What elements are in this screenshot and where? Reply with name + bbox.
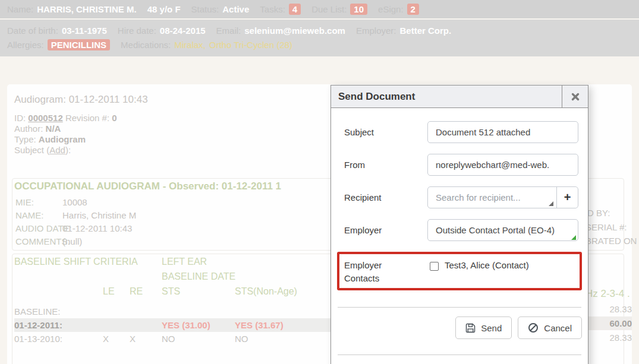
send-button[interactable]: Send [455,316,512,339]
contact-checkbox[interactable] [430,262,439,271]
close-icon [571,93,580,101]
close-button[interactable] [562,86,588,107]
document-title: Audiogram: 01-12-2011 10:43 [14,94,148,106]
avg-value: 60.00 [605,318,632,328]
col-sts: STS [162,284,235,299]
document-meta: ID: 0000512 Revision #: 0 Author: N/A Ty… [14,113,117,156]
tested-by-fragment: D BY: [587,208,610,218]
doc-type-label: Type: [14,134,36,144]
doc-id-link[interactable]: 0000512 [28,113,62,123]
subject-row: Subject [344,121,578,143]
patient-header: Name: HARRIS, CHRISTINE M. 48 y/o F Stat… [0,0,639,56]
due-list-count-badge[interactable]: 10 [350,4,367,15]
contact-option[interactable]: Test3, Alice (Contact) [430,257,529,288]
contact-option-label: Test3, Alice (Contact) [445,260,529,270]
resize-grip-icon[interactable] [549,201,553,206]
employer-value: Better Corp. [399,26,451,36]
name-label: Name: [7,4,33,14]
employer-contacts-highlight-box: Employer Contacts Test3, Alice (Contact) [337,252,582,290]
doc-subject-label: Subject ( [14,145,49,155]
serial-fragment: SERIAL #: [586,222,627,232]
from-row: From [344,154,578,176]
employer-label: Employer: [356,26,396,36]
doc-subject-add-link[interactable]: Add [49,145,65,155]
recipient-label: Recipient [344,192,427,202]
medication-link-ortho[interactable]: Ortho Tri-Cyclen (28) [209,40,292,50]
email-label: Email: [216,26,241,36]
patient-name: HARRIS, CHRISTINE M. [37,4,137,14]
recipient-input-group: + [427,186,578,208]
avg-value: 28.33 [605,304,632,314]
status-label: Status: [191,4,219,14]
footer-divider-top [338,307,581,308]
col-re: RE [130,284,162,299]
info-row: AUDIO DATE: 01-12-2011 10:43 [15,222,136,235]
hz-avg-heading-fragment: Hz 2-3-4 . [586,288,630,300]
employer-select-wrap [427,219,578,241]
tasks-count-badge[interactable]: 4 [289,4,301,15]
allergies-label: Allergies: [7,40,44,50]
footer-divider-bottom [338,354,581,355]
tasks-label: Tasks: [260,4,285,14]
modal-title-bar: Send Document [331,86,588,108]
recipient-row: Recipient + [344,186,578,208]
doc-author-label: Author: [14,124,43,134]
info-row: NAME: Harris, Christine M [15,209,136,222]
baseline-title: BASELINE SHIFT CRITERIA [14,254,162,269]
status-value: Active [222,4,249,14]
doc-author-value: N/A [46,124,61,134]
from-input[interactable] [427,154,578,176]
cancel-slash-icon [528,322,539,333]
employer-contacts-label: Employer Contacts [344,257,430,288]
save-disk-icon [465,323,476,333]
hire-date-value: 08-24-2015 [160,26,206,36]
allergy-penicillins-badge[interactable]: PENICILLINS [48,39,110,50]
employer-row: Employer [344,219,578,241]
subject-label: Subject [344,127,427,137]
recipient-search-input[interactable] [428,187,556,208]
from-label: From [344,160,427,170]
modal-footer-buttons: Send Cancel [331,316,582,339]
doc-type-value: Audiogram [39,134,86,144]
dob-value: 03-11-1975 [62,26,107,36]
hire-date-label: Hire date: [118,26,156,36]
patient-age-sex: 48 y/o F [147,4,181,14]
doc-revision-label: Revision #: [65,113,109,123]
info-row: COMMENTS: (null) [15,235,136,248]
doc-id-label: ID: [14,113,26,123]
employer-select[interactable] [427,219,578,241]
modal-title: Send Document [331,86,562,107]
col-le: LE [103,284,130,299]
info-row: MIE: 10008 [15,196,136,209]
calibrated-fragment: BRATED ON [586,236,637,246]
medication-link-miralax[interactable]: Miralax, [174,40,206,50]
cancel-button[interactable]: Cancel [518,316,582,339]
avg-value: 28.33 [605,333,632,343]
patient-header-row1: Name: HARRIS, CHRISTINE M. 48 y/o F Stat… [0,0,639,18]
esign-count-badge[interactable]: 2 [407,4,419,15]
patient-header-row2: Date of birth: 03-11-1975 Hire date: 08-… [0,20,639,56]
due-list-label: Due List: [311,4,347,14]
add-recipient-button[interactable]: + [556,187,578,208]
send-document-modal: Send Document Subject From Recipient + [330,85,588,364]
dob-label: Date of birth: [7,26,58,36]
medications-label: Medications: [121,40,171,50]
email-value: selenium@mieweb.com [244,26,345,36]
audiogram-section-heading: OCCUPATIONAL AUDIOGRAM - Observed: 01-12… [14,181,281,192]
modal-body: Subject From Recipient + Employer [331,108,588,241]
subject-input[interactable] [427,121,578,143]
esign-label: eSign: [378,4,404,14]
modal-employer-label: Employer [344,225,427,235]
audiogram-info-table: MIE: 10008 NAME: Harris, Christine M AUD… [15,196,136,248]
doc-revision-value: 0 [112,113,117,123]
